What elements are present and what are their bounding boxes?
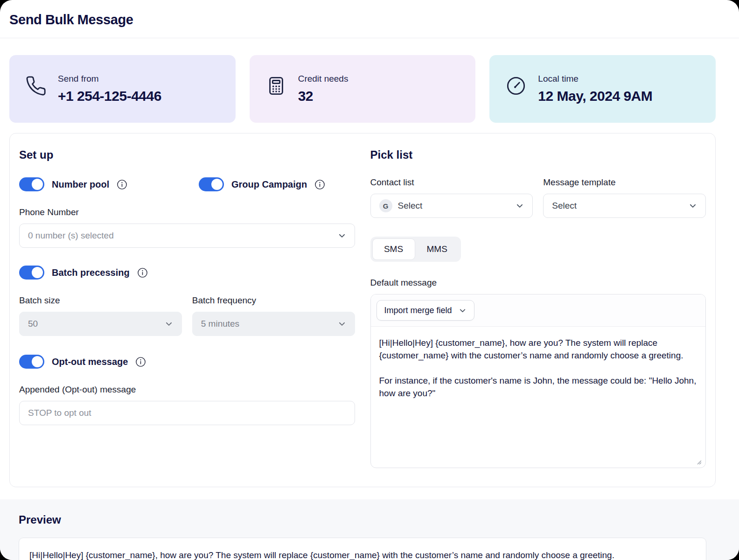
default-message-textarea[interactable]: [Hi|Hello|Hey] {customer_name}, how are … xyxy=(371,327,706,468)
group-campaign-label: Group Campaign xyxy=(231,179,307,190)
batch-frequency-label: Batch frequency xyxy=(192,295,355,306)
calculator-icon xyxy=(265,75,287,97)
pick-list-column: Pick list Contact list G Select Message … xyxy=(370,148,706,468)
default-message-editor: Import merge field [Hi|Hello|Hey] {custo… xyxy=(370,294,706,468)
send-bulk-message-page: Send Bulk Message Send from +1 254-125-4… xyxy=(0,0,739,560)
appended-opt-out-input[interactable] xyxy=(19,401,355,425)
chevron-down-icon xyxy=(459,307,467,315)
batch-size-value: 50 xyxy=(28,319,38,329)
batch-size-label: Batch size xyxy=(19,295,182,306)
local-time-value: 12 May, 2024 9AM xyxy=(538,88,652,104)
page-title: Send Bulk Message xyxy=(9,12,730,28)
message-template-value: Select xyxy=(552,201,577,211)
message-paragraph: [Hi|Hello|Hey] {customer_name}, how are … xyxy=(379,337,697,362)
batch-processing-toggle[interactable] xyxy=(19,266,44,280)
card-label: Credit needs xyxy=(298,74,349,84)
batch-frequency-value: 5 minutes xyxy=(201,319,239,329)
credit-needs-card: Credit needs 32 xyxy=(250,55,476,123)
info-icon[interactable] xyxy=(314,179,325,190)
batch-processing-label: Batch precessing xyxy=(52,267,130,278)
number-pool-label: Number pool xyxy=(52,179,109,190)
batch-processing-group: Batch precessing xyxy=(19,266,148,280)
batch-size-field: Batch size 50 xyxy=(19,295,182,336)
preview-text: [Hi|Hello|Hey] {customer_name}, how are … xyxy=(29,549,696,560)
message-template-label: Message template xyxy=(543,177,706,188)
message-template-field: Message template Select xyxy=(543,177,706,218)
summary-cards: Send from +1 254-125-4446 Credit needs 3… xyxy=(9,55,716,123)
pick-list-selects-row: Contact list G Select Message template S… xyxy=(370,177,706,218)
batch-frequency-select[interactable]: 5 minutes xyxy=(192,312,355,336)
preview-section: Preview [Hi|Hello|Hey] {customer_name}, … xyxy=(0,499,739,560)
batch-processing-row: Batch precessing xyxy=(19,266,355,280)
toggle-row-top: Number pool Group Campaign xyxy=(19,177,355,191)
number-pool-group: Number pool xyxy=(19,177,199,191)
setup-column: Set up Number pool Group Campaign xyxy=(19,148,355,468)
message-template-select[interactable]: Select xyxy=(543,194,706,218)
card-label: Local time xyxy=(538,74,652,84)
message-paragraph: For instance, if the customer's name is … xyxy=(379,375,697,400)
group-campaign-group: Group Campaign xyxy=(199,177,325,191)
info-icon[interactable] xyxy=(117,179,127,190)
opt-out-row: Opt-out message xyxy=(19,355,355,369)
resize-handle-icon[interactable] xyxy=(695,458,702,465)
group-campaign-toggle[interactable] xyxy=(199,177,224,191)
number-pool-toggle[interactable] xyxy=(19,177,44,191)
contact-list-field: Contact list G Select xyxy=(370,177,533,218)
page-header: Send Bulk Message xyxy=(0,0,739,38)
contact-list-avatar: G xyxy=(379,199,392,212)
chevron-down-icon xyxy=(516,202,524,210)
send-from-card: Send from +1 254-125-4446 xyxy=(9,55,236,123)
chevron-down-icon xyxy=(338,231,346,240)
default-message-label: Default message xyxy=(370,278,706,288)
info-icon[interactable] xyxy=(135,357,146,367)
chevron-down-icon xyxy=(689,202,697,210)
batch-frequency-field: Batch frequency 5 minutes xyxy=(192,295,355,336)
gauge-icon xyxy=(505,75,527,97)
local-time-card: Local time 12 May, 2024 9AM xyxy=(489,55,716,123)
info-icon[interactable] xyxy=(137,267,148,278)
contact-list-value: Select xyxy=(398,201,423,211)
phone-number-placeholder: 0 number (s) selected xyxy=(28,231,114,241)
main-panel: Set up Number pool Group Campaign xyxy=(9,133,716,487)
chevron-down-icon xyxy=(165,320,173,328)
setup-heading: Set up xyxy=(19,148,355,161)
opt-out-label: Opt-out message xyxy=(52,357,128,367)
credit-needs-value: 32 xyxy=(298,88,349,104)
preview-box: [Hi|Hello|Hey] {customer_name}, how are … xyxy=(19,538,706,560)
contact-list-label: Contact list xyxy=(370,177,533,188)
preview-heading: Preview xyxy=(19,513,706,526)
message-type-tabs: SMS MMS xyxy=(370,237,461,262)
contact-list-select[interactable]: G Select xyxy=(370,194,533,218)
batch-settings-row: Batch size 50 Batch frequency 5 minutes xyxy=(19,295,355,336)
import-merge-field-button[interactable]: Import merge field xyxy=(376,300,474,321)
import-merge-field-label: Import merge field xyxy=(384,306,452,315)
batch-size-select[interactable]: 50 xyxy=(19,312,182,336)
tab-sms[interactable]: SMS xyxy=(372,238,415,260)
card-label: Send from xyxy=(58,74,161,84)
editor-toolbar: Import merge field xyxy=(371,294,706,327)
phone-icon xyxy=(25,75,47,97)
chevron-down-icon xyxy=(338,320,346,328)
pick-list-heading: Pick list xyxy=(370,148,706,161)
appended-opt-out-label: Appended (Opt-out) message xyxy=(19,385,355,395)
tab-mms[interactable]: MMS xyxy=(415,238,459,260)
opt-out-toggle[interactable] xyxy=(19,355,44,369)
phone-number-label: Phone Number xyxy=(19,207,355,217)
opt-out-group: Opt-out message xyxy=(19,355,146,369)
phone-number-select[interactable]: 0 number (s) selected xyxy=(19,224,355,248)
send-from-number: +1 254-125-4446 xyxy=(58,88,161,104)
